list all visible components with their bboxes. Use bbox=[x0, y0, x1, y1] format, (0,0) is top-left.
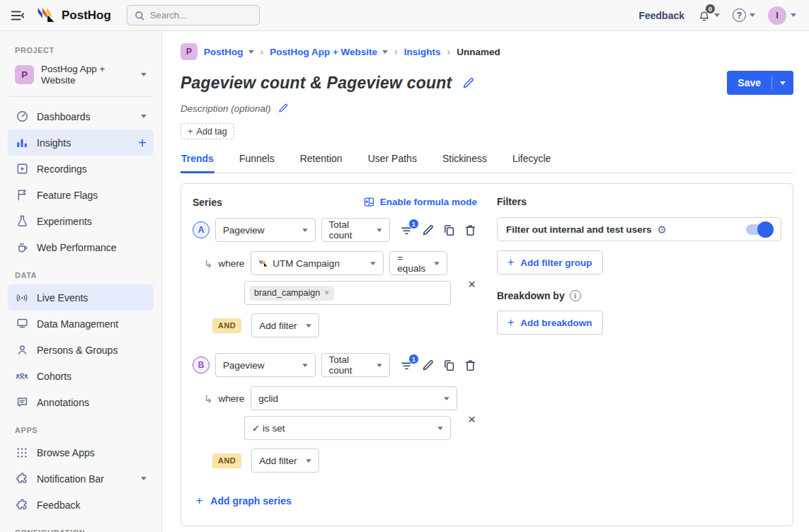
help-menu-button[interactable]: ? bbox=[733, 8, 755, 22]
sidebar-item-label: Notification Bar bbox=[37, 473, 133, 485]
breakdown-by-label: Breakdown by bbox=[497, 290, 565, 301]
breadcrumb-separator: › bbox=[447, 46, 451, 57]
tab-funnels[interactable]: Funnels bbox=[239, 150, 275, 173]
sidebar-item-feedback[interactable]: Feedback bbox=[8, 492, 154, 518]
sidebar-item-data-management[interactable]: Data Management bbox=[8, 311, 154, 337]
breadcrumb-insights[interactable]: Insights bbox=[404, 47, 441, 57]
comment-icon bbox=[15, 395, 29, 409]
sidebar-item-dashboards[interactable]: Dashboards bbox=[8, 103, 154, 129]
aggregation-select-b[interactable]: Total count bbox=[321, 353, 390, 377]
remove-filter-icon[interactable]: × bbox=[468, 277, 476, 291]
sidebar-item-notification-bar[interactable]: Notification Bar bbox=[8, 466, 154, 492]
search-icon bbox=[134, 10, 145, 21]
breadcrumb-separator: › bbox=[394, 46, 398, 57]
chevron-down-icon bbox=[780, 81, 786, 85]
account-menu-button[interactable]: I bbox=[768, 6, 796, 25]
monitor-icon bbox=[15, 317, 29, 330]
edit-description-pencil-icon[interactable] bbox=[277, 103, 289, 114]
gear-icon[interactable]: ⚙ bbox=[658, 224, 667, 235]
chevron-down-icon bbox=[248, 50, 254, 54]
value-chip: brand_campaign × bbox=[249, 286, 334, 301]
filter-icon[interactable]: 1 bbox=[400, 224, 413, 237]
description-placeholder[interactable]: Description (optional) bbox=[180, 103, 271, 114]
main-content: P PostHog › PostHog App + Website › Insi… bbox=[162, 31, 809, 532]
add-filter-group-button[interactable]: + Add filter group bbox=[497, 250, 603, 274]
property-select-a[interactable]: UTM Campaign bbox=[251, 251, 384, 275]
info-icon[interactable]: i bbox=[570, 290, 581, 301]
new-insight-plus-icon[interactable]: + bbox=[138, 136, 147, 150]
notification-count-badge: 0 bbox=[705, 4, 716, 14]
save-button-label[interactable]: Save bbox=[727, 71, 771, 95]
remove-filter-icon[interactable]: × bbox=[468, 412, 476, 426]
tab-stickiness[interactable]: Stickiness bbox=[442, 150, 488, 173]
operator-select-a[interactable]: = equals bbox=[389, 251, 447, 275]
tab-trends[interactable]: Trends bbox=[180, 150, 214, 173]
breadcrumb-current: Unnamed bbox=[457, 47, 500, 57]
save-options-caret[interactable] bbox=[772, 71, 793, 95]
event-select-a[interactable]: Pageview bbox=[215, 218, 316, 242]
sidebar-item-live-events[interactable]: Live Events bbox=[8, 284, 154, 311]
rename-pencil-icon[interactable] bbox=[421, 224, 435, 237]
notifications-button[interactable]: 0 bbox=[697, 8, 720, 23]
enable-formula-mode-button[interactable]: Enable formula mode bbox=[363, 196, 477, 208]
feedback-link[interactable]: Feedback bbox=[638, 10, 684, 21]
global-search[interactable] bbox=[127, 5, 260, 25]
project-switcher[interactable]: P PostHog App + Website bbox=[8, 59, 154, 90]
edit-title-pencil-icon[interactable] bbox=[461, 76, 475, 90]
sidebar-item-recordings[interactable]: Recordings bbox=[8, 156, 154, 182]
add-graph-series-label: Add graph series bbox=[210, 495, 291, 507]
sidebar-collapse-icon[interactable] bbox=[10, 8, 25, 23]
tab-retention[interactable]: Retention bbox=[299, 150, 343, 173]
sidebar-item-cohorts[interactable]: Cohorts bbox=[8, 363, 154, 389]
series-b-filter-block: ↳ where gclid ✓ is set × bbox=[193, 386, 477, 440]
series-badge-b[interactable]: B bbox=[193, 357, 210, 374]
chevron-down-icon bbox=[750, 13, 755, 17]
add-filter-select-b[interactable]: Add filter bbox=[251, 449, 319, 473]
tab-user-paths[interactable]: User Paths bbox=[367, 150, 418, 173]
filter-value-input-a[interactable]: brand_campaign × bbox=[244, 281, 451, 305]
add-filter-group-label: Add filter group bbox=[520, 258, 592, 268]
sidebar-item-browse-apps[interactable]: Browse Apps bbox=[8, 439, 154, 466]
duplicate-icon[interactable] bbox=[442, 224, 456, 237]
add-tag-button[interactable]: + Add tag bbox=[180, 123, 234, 139]
sidebar-item-experiments[interactable]: Experiments bbox=[8, 208, 154, 234]
sidebar-item-label: Insights bbox=[37, 137, 130, 149]
add-breakdown-button[interactable]: + Add breakdown bbox=[497, 311, 603, 335]
operator-select-b[interactable]: ✓ is set bbox=[244, 416, 451, 440]
breadcrumb-org[interactable]: PostHog bbox=[204, 47, 254, 57]
internal-filter-toggle[interactable] bbox=[746, 224, 772, 235]
aggregation-select-a[interactable]: Total count bbox=[321, 218, 390, 242]
filter-icon[interactable]: 1 bbox=[400, 359, 413, 372]
help-icon: ? bbox=[733, 8, 746, 22]
delete-icon[interactable] bbox=[464, 359, 477, 372]
property-select-b[interactable]: gclid bbox=[251, 386, 457, 410]
series-b-and-row: AND Add filter bbox=[193, 449, 477, 473]
duplicate-icon[interactable] bbox=[442, 359, 456, 372]
filter-count-badge: 1 bbox=[408, 354, 419, 364]
sidebar-item-insights[interactable]: Insights + bbox=[8, 129, 154, 156]
sidebar-item-annotations[interactable]: Annotations bbox=[8, 389, 154, 415]
sidebar-item-web-performance[interactable]: Web Performance bbox=[8, 234, 154, 260]
and-badge: AND bbox=[212, 318, 241, 333]
posthog-logo[interactable]: PostHog bbox=[35, 6, 111, 24]
add-filter-select-a[interactable]: Add filter bbox=[251, 313, 319, 337]
search-input[interactable] bbox=[150, 10, 253, 21]
event-select-b[interactable]: Pageview bbox=[215, 353, 316, 377]
flag-icon bbox=[15, 188, 29, 202]
breadcrumb-project[interactable]: PostHog App + Website bbox=[270, 47, 388, 57]
remove-value-icon[interactable]: × bbox=[324, 288, 329, 298]
chevron-down-icon bbox=[141, 477, 147, 480]
delete-icon[interactable] bbox=[464, 224, 477, 237]
posthog-property-icon bbox=[258, 259, 268, 267]
save-button[interactable]: Save bbox=[727, 71, 793, 95]
series-badge-a[interactable]: A bbox=[193, 221, 210, 238]
chevron-down-icon bbox=[302, 364, 308, 367]
sidebar-item-label: Experiments bbox=[37, 216, 147, 227]
sidebar-item-feature-flags[interactable]: Feature Flags bbox=[8, 182, 154, 208]
add-graph-series-button[interactable]: + Add graph series bbox=[193, 495, 477, 507]
sidebar-item-persons-groups[interactable]: Persons & Groups bbox=[8, 337, 154, 363]
sidebar-item-label: Recordings bbox=[37, 163, 147, 175]
sidebar-item-label: Browse Apps bbox=[37, 447, 147, 458]
rename-pencil-icon[interactable] bbox=[421, 359, 435, 372]
tab-lifecycle[interactable]: Lifecycle bbox=[512, 150, 551, 173]
